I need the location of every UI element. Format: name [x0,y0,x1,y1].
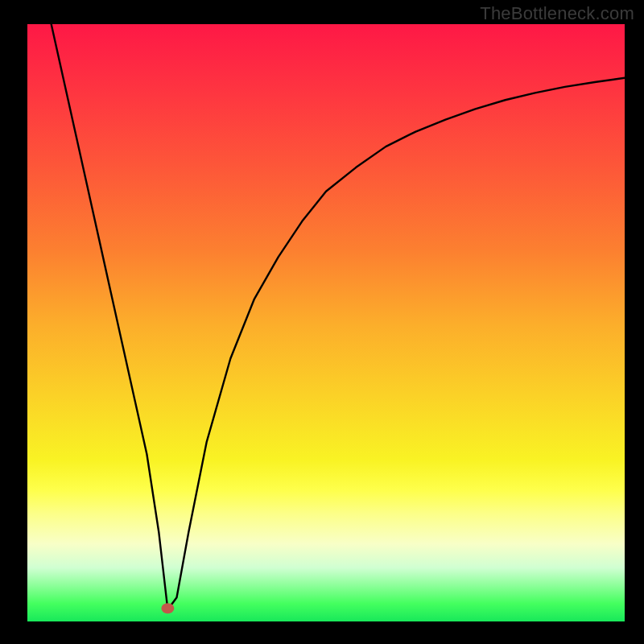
bottleneck-chart [0,0,644,644]
watermark-text: TheBottleneck.com [480,3,634,24]
chart-container: TheBottleneck.com [0,0,644,644]
minimum-marker [161,603,174,613]
